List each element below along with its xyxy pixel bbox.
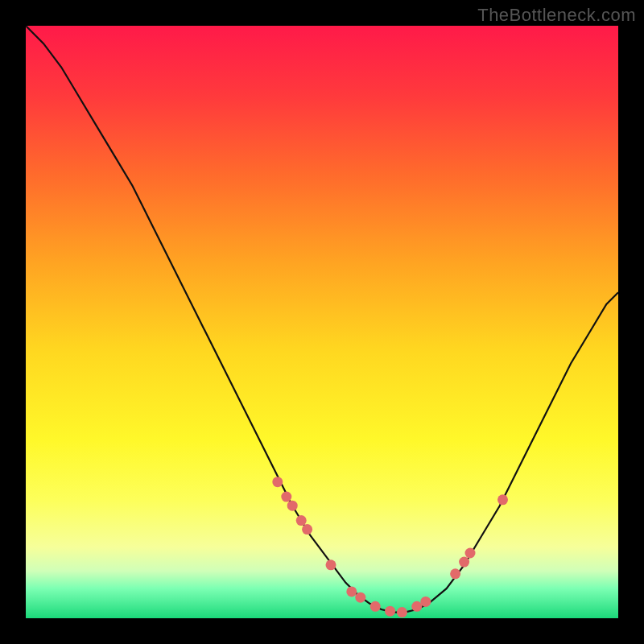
chart-frame: TheBottleneck.com	[0, 0, 644, 644]
watermark-text: TheBottleneck.com	[477, 5, 636, 26]
bottleneck-gradient	[26, 26, 618, 618]
plot-area	[26, 26, 618, 618]
